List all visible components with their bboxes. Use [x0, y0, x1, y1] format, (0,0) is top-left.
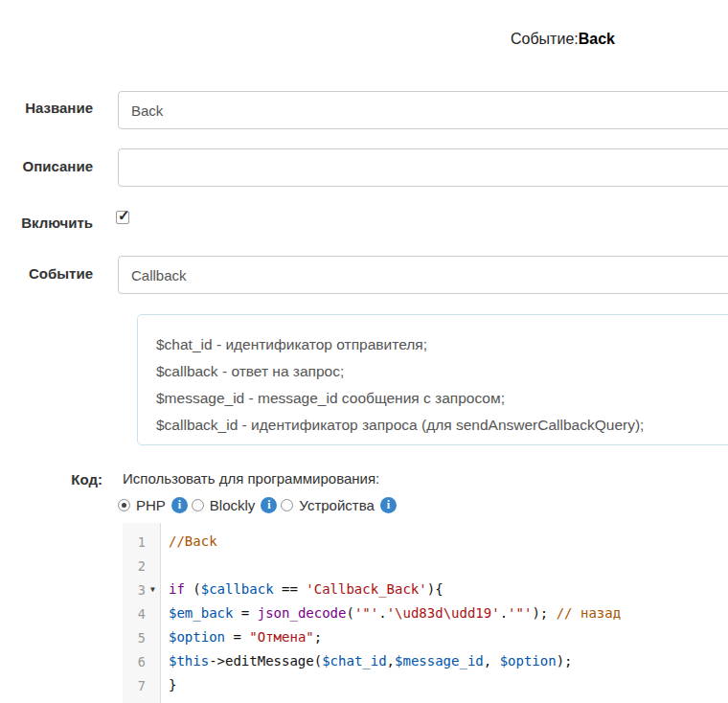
line-number: 7	[123, 678, 146, 693]
enable-label: Включить	[0, 215, 93, 231]
code-token: $option	[500, 653, 557, 669]
language-radio-group: PHPiBlocklyiУстройстваi	[118, 495, 400, 514]
line-number: 3	[123, 582, 146, 598]
code-token: '"'	[508, 605, 532, 621]
line-number: 4	[123, 606, 146, 622]
code-token: $message_id	[395, 653, 484, 669]
gutter-row: 5	[123, 625, 160, 649]
code-line[interactable]: $em_back = json_decode('"'.'\ud83d\udd19…	[169, 601, 621, 625]
page-title-event-name: Back	[579, 31, 615, 47]
help-line: $message_id - message_id сообщения с зап…	[156, 385, 728, 412]
page-title-prefix: Событие:	[511, 31, 579, 47]
code-token: ;	[314, 629, 322, 645]
help-line: $callback - ответ на запрос;	[156, 358, 728, 385]
radio-button-php[interactable]	[118, 499, 130, 511]
code-label: Код:	[0, 471, 102, 488]
code-token: =	[233, 605, 257, 621]
code-token: =	[225, 629, 249, 645]
radio-button-устройства[interactable]	[281, 499, 293, 511]
code-token: ->editMessage(	[209, 653, 322, 669]
code-line[interactable]: //Back	[169, 530, 621, 554]
event-label: Событие	[0, 265, 93, 282]
code-token: (	[185, 581, 201, 597]
help-line: $callback_id - идентификатор запроса (дл…	[156, 412, 728, 439]
editor-code-lines[interactable]: //Backif ($callback == 'Callback_Back'){…	[161, 523, 621, 703]
info-icon[interactable]: i	[380, 497, 397, 513]
usage-text: Использовать для программирования:	[123, 470, 379, 487]
code-editor[interactable]: 123▼4567 //Backif ($callback == 'Callbac…	[123, 523, 728, 703]
line-number: 6	[123, 654, 146, 669]
radio-label: PHP	[136, 497, 166, 513]
code-token: $option	[169, 629, 225, 645]
code-token: '"'	[354, 605, 378, 621]
radio-button-blockly[interactable]	[192, 499, 204, 511]
code-token: ==	[274, 581, 307, 597]
radio-label: Устройства	[299, 497, 374, 513]
code-token: ,	[484, 653, 500, 669]
radio-option-php: PHPi	[118, 497, 188, 513]
fold-arrow-icon[interactable]: ▼	[146, 578, 160, 601]
code-line[interactable]: $option = "Отмена";	[169, 625, 621, 649]
code-token: //Back	[169, 533, 217, 549]
description-label: Описание	[0, 158, 93, 174]
code-token: 'Callback_Back'	[306, 581, 426, 597]
code-token: json_decode	[258, 605, 347, 621]
info-icon[interactable]: i	[171, 497, 188, 513]
radio-option-blockly: Blocklyi	[192, 497, 278, 513]
help-panel: $chat_id - идентификатор отправителя;$ca…	[137, 314, 728, 445]
code-token: $chat_id	[322, 653, 386, 669]
page-title: Событие:Back	[511, 31, 615, 48]
gutter-row: 3▼	[123, 578, 160, 601]
gutter-row: 2	[123, 554, 160, 578]
gutter-row: 6	[123, 649, 160, 673]
line-number: 5	[123, 630, 146, 646]
help-line: $chat_id - идентификатор отправителя;	[156, 331, 728, 358]
code-token: (	[346, 605, 353, 621]
code-token: $this	[169, 653, 209, 669]
code-token: if	[169, 581, 185, 597]
event-input[interactable]	[118, 256, 728, 294]
code-token: '\ud83d\udd19'	[387, 605, 500, 621]
code-token: .	[378, 605, 386, 621]
editor-gutter: 123▼4567	[123, 523, 161, 703]
code-token: $em_back	[169, 605, 233, 621]
code-token: ){	[427, 581, 444, 597]
gutter-row: 1	[123, 530, 160, 554]
code-line[interactable]	[169, 554, 621, 578]
code-token: "Отмена"	[249, 629, 313, 645]
name-label: Название	[0, 100, 93, 116]
code-token: $callback	[201, 581, 274, 597]
gutter-row: 4	[123, 601, 160, 625]
code-token: );	[557, 653, 573, 669]
enable-checkbox[interactable]	[116, 211, 129, 224]
line-number: 1	[123, 534, 146, 550]
event-edit-page: Событие:Back Название Описание Включить …	[0, 0, 728, 703]
code-token: // назад	[557, 605, 621, 621]
code-line[interactable]: if ($callback == 'Callback_Back'){	[169, 578, 621, 601]
code-token: }	[169, 677, 176, 692]
line-number: 2	[123, 558, 146, 574]
info-icon[interactable]: i	[261, 497, 277, 513]
name-input[interactable]	[118, 91, 728, 129]
code-token: .	[500, 605, 508, 621]
description-input[interactable]	[118, 148, 728, 187]
code-token: );	[532, 605, 556, 621]
radio-label: Blockly	[210, 497, 256, 513]
code-line[interactable]: }	[169, 673, 621, 697]
radio-option-устройства: Устройстваi	[281, 497, 396, 513]
code-token: ,	[387, 653, 395, 669]
code-line[interactable]: $this->editMessage($chat_id,$message_id,…	[169, 649, 621, 673]
gutter-row: 7	[123, 673, 160, 697]
